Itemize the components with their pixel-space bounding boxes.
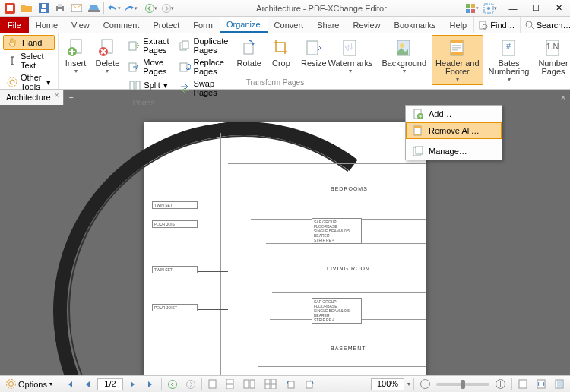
tab-comment[interactable]: Comment	[97, 17, 147, 33]
launch-icon[interactable]: ▾	[483, 2, 497, 15]
select-text-button[interactable]: Select Text	[3, 50, 55, 71]
hand-tool-button[interactable]: Hand	[3, 35, 55, 50]
new-tab-button[interactable]: +	[64, 90, 79, 105]
svg-rect-76	[557, 381, 562, 387]
zoom-in-button[interactable]	[492, 378, 508, 390]
rotate-cw-button[interactable]	[302, 378, 318, 390]
layout-continuous-button[interactable]	[223, 378, 237, 390]
crop-icon	[271, 37, 292, 58]
back-icon[interactable]: ▾	[144, 2, 158, 15]
next-page-button[interactable]	[126, 379, 140, 390]
close-all-tabs-button[interactable]: ×	[556, 90, 570, 105]
tab-view[interactable]: View	[65, 17, 97, 33]
menu-add[interactable]: Add…	[406, 106, 502, 122]
bates-numbering-button[interactable]: #Bates Numbering▾	[485, 35, 534, 85]
callout: TWIN SET	[152, 266, 198, 273]
save-icon[interactable]	[36, 2, 50, 15]
replace-pages-button[interactable]: Replace Pages	[176, 56, 233, 77]
actual-size-button[interactable]	[552, 378, 567, 390]
extract-icon	[128, 40, 140, 52]
tab-home[interactable]: Home	[29, 17, 65, 33]
svg-rect-61	[226, 379, 233, 384]
extract-pages-button[interactable]: Extract Pages	[125, 35, 173, 56]
undo-icon[interactable]: ▾	[107, 2, 121, 15]
zoom-slider[interactable]	[436, 383, 489, 386]
layout-single-button[interactable]	[205, 378, 220, 390]
layout-twoup-cont-button[interactable]	[261, 378, 280, 390]
remove-icon	[412, 125, 424, 137]
document-viewport[interactable]: BEDROOMS LIVING ROOM BASEMENT TWIN SET P…	[0, 105, 570, 375]
zoom-preset-drop[interactable]: ▾	[407, 381, 410, 387]
maximize-button[interactable]: ☐	[524, 1, 547, 16]
app-icon[interactable]	[3, 2, 17, 15]
tab-protect[interactable]: Protect	[146, 17, 186, 33]
add-icon	[412, 108, 424, 120]
nav-back-button[interactable]	[165, 379, 180, 390]
file-tab[interactable]: File	[0, 17, 29, 33]
move-pages-button[interactable]: Move Pages	[125, 56, 173, 77]
first-page-button[interactable]	[62, 379, 78, 390]
forward-icon[interactable]: ▾	[161, 2, 175, 15]
rotate-button[interactable]: Rotate	[233, 35, 265, 70]
rotate-ccw-button[interactable]	[283, 378, 299, 390]
fit-page-button[interactable]	[515, 378, 530, 390]
tab-bookmarks[interactable]: Bookmarks	[388, 17, 443, 33]
background-button[interactable]: Background▾	[378, 35, 430, 77]
last-page-button[interactable]	[143, 379, 158, 390]
search-button[interactable]: Search…	[520, 17, 570, 33]
close-button[interactable]: ✕	[547, 1, 570, 16]
close-tab-icon[interactable]: ×	[52, 91, 62, 100]
tab-help[interactable]: Help	[443, 17, 474, 33]
svg-text:#: #	[505, 41, 511, 50]
title-right-controls: ▾ ▾	[465, 2, 502, 15]
group-transform: Rotate Crop Resize Transform Pages	[230, 33, 321, 89]
page-indicator[interactable]: 1/2	[97, 378, 123, 390]
room-label: BASEMENT	[331, 346, 366, 351]
nav-fwd-button[interactable]	[183, 379, 198, 390]
fit-width-button[interactable]	[534, 378, 549, 390]
minimize-button[interactable]: —	[502, 1, 524, 16]
svg-rect-28	[130, 81, 134, 90]
tab-convert[interactable]: Convert	[268, 17, 311, 33]
crop-button[interactable]: Crop	[267, 35, 296, 70]
prev-page-button[interactable]	[81, 379, 94, 390]
print-icon[interactable]	[53, 2, 67, 15]
svg-rect-62	[226, 384, 233, 389]
ui-options-icon[interactable]: ▾	[465, 2, 479, 15]
menu-manage[interactable]: Manage…	[406, 143, 502, 160]
menu-remove-all[interactable]: Remove All…	[406, 122, 502, 139]
status-bar: Options▾ 1/2 100% ▾	[0, 375, 570, 392]
zoom-out-button[interactable]	[417, 378, 433, 390]
tab-form[interactable]: Form	[186, 17, 220, 33]
insert-pages-button[interactable]: Insert▾	[62, 35, 90, 77]
document-tab-strip: Architecture × + ×	[0, 90, 570, 105]
tab-organize[interactable]: Organize	[220, 17, 268, 33]
open-icon[interactable]	[20, 2, 33, 15]
document-tab[interactable]: Architecture ×	[0, 90, 64, 105]
layout-twoup-button[interactable]	[240, 378, 258, 390]
svg-point-9	[146, 4, 154, 12]
svg-point-16	[487, 7, 490, 10]
window-controls: — ☐ ✕	[502, 1, 570, 16]
scan-icon[interactable]	[87, 2, 100, 15]
svg-rect-41	[451, 52, 463, 55]
delete-pages-button[interactable]: Delete▾	[92, 35, 124, 77]
svg-rect-14	[471, 9, 475, 13]
separator	[141, 2, 141, 14]
tab-review[interactable]: Review	[346, 17, 387, 33]
zoom-indicator[interactable]: 100%	[371, 378, 404, 390]
redo-icon[interactable]: ▾	[124, 2, 138, 15]
tab-share[interactable]: Share	[310, 17, 346, 33]
watermarks-button[interactable]: WWatermarks▾	[325, 35, 377, 77]
email-icon[interactable]	[70, 2, 84, 15]
background-icon	[394, 37, 415, 58]
group-tools: Hand Select Text Other Tools▾ Tools	[0, 33, 59, 89]
header-footer-button[interactable]: Header and Footer▾	[432, 35, 483, 85]
find-button[interactable]: Find…	[473, 17, 519, 33]
quick-access-toolbar: ▾ ▾ ▾ ▾	[0, 2, 178, 15]
number-pages-button[interactable]: 1.NNumber Pages	[534, 35, 570, 78]
svg-rect-11	[466, 4, 470, 8]
callout: TWIN SET	[152, 201, 198, 209]
options-button[interactable]: Options▾	[3, 378, 55, 390]
duplicate-pages-button[interactable]: Duplicate Pages	[176, 35, 233, 56]
